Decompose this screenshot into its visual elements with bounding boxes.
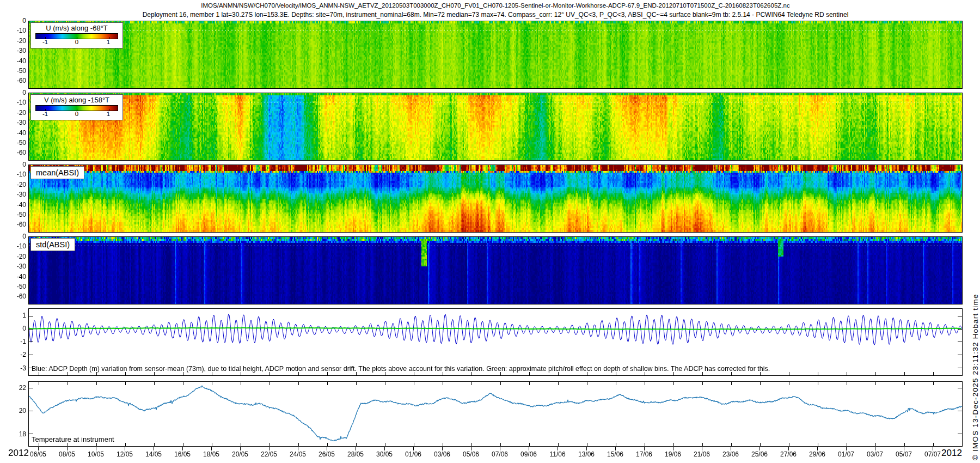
- u-colorbar-title: U (m/s) along -68°T: [31, 24, 122, 32]
- x-axis-tick-label: 06/05: [24, 450, 52, 458]
- figure-title-filename: IMOS/ANMN/NSW/CH070/Velocity/IMOS_ANMN-N…: [28, 2, 963, 9]
- x-axis-tick-label: 05/06: [457, 450, 485, 458]
- adcp-figure: IMOS/ANMN/NSW/CH070/Velocity/IMOS_ANMN-N…: [0, 0, 980, 463]
- x-axis-tick-mark: [788, 447, 789, 450]
- x-axis-tick-mark: [904, 447, 904, 450]
- x-axis-tick-mark: [67, 447, 68, 450]
- y-axis-tick-label: -60: [4, 221, 26, 228]
- x-axis-tick-label: 01/06: [400, 450, 427, 458]
- x-axis-tick-mark: [558, 447, 558, 450]
- y-axis-tick-label: -20: [4, 181, 26, 188]
- x-axis-tick-mark: [96, 447, 96, 450]
- y-axis-tick-label: 22: [4, 384, 26, 392]
- x-axis-tick-mark: [615, 447, 616, 450]
- y-axis-tick-label: -10: [4, 27, 26, 34]
- y-axis-tick-label: -20: [4, 109, 26, 117]
- x-axis-tick-mark: [471, 447, 471, 450]
- v-colorbar-tick-min: -1: [42, 111, 48, 117]
- y-axis-tick-label: -60: [4, 149, 26, 156]
- y-axis-tick-label: -50: [4, 139, 26, 147]
- x-axis-tick-mark: [442, 447, 443, 450]
- y-axis-tick-label: -10: [4, 99, 26, 106]
- x-axis-tick-mark: [327, 447, 327, 450]
- x-axis-tick-label: 03/06: [428, 450, 456, 458]
- attribution-text: © IMOS 13-Dec-2025 23:11:32 Hobart time: [971, 294, 979, 460]
- y-axis-tick-label: -50: [4, 283, 26, 290]
- x-axis-tick-label: 07/07: [919, 450, 946, 458]
- y-axis-tick-label: -50: [4, 211, 26, 218]
- mean-absi-heatmap: [29, 165, 962, 232]
- depth-variation-annotation: Blue: ADCP Depth (m) variation from sens…: [32, 365, 770, 373]
- u-colorbar-ticks: -1 0 1: [31, 39, 122, 46]
- x-axis-tick-label: 24/05: [284, 450, 311, 458]
- x-axis-tick-label: 28/05: [342, 450, 369, 458]
- x-axis-tick-mark: [731, 447, 731, 450]
- y-axis-tick-label: -30: [4, 47, 26, 54]
- x-axis-tick-label: 15/06: [602, 450, 629, 458]
- v-velocity-heatmap: [29, 93, 962, 160]
- x-axis-tick-label: 20/05: [226, 450, 254, 458]
- figure-title-deployment: Deployment 16, member 1 lat=30.27S lon=1…: [28, 11, 963, 19]
- x-axis-tick-label: 21/06: [688, 450, 715, 458]
- y-axis-tick-label: -60: [4, 77, 26, 84]
- x-axis-tick-label: 27/06: [775, 450, 802, 458]
- x-axis-tick-mark: [529, 447, 529, 450]
- y-axis-tick-label: -40: [4, 129, 26, 137]
- y-axis-tick-label: 20: [4, 407, 26, 415]
- x-axis-tick-label: 01/07: [832, 450, 860, 458]
- x-axis-tick-mark: [269, 447, 270, 450]
- x-axis-tick-label: 10/05: [82, 450, 109, 458]
- x-axis-tick-mark: [240, 447, 241, 450]
- u-colorbar-legend: U (m/s) along -68°T -1 0 1: [30, 22, 123, 48]
- x-axis-tick-mark: [586, 447, 587, 450]
- x-axis-tick-label: 09/06: [515, 450, 542, 458]
- y-axis-tick-label: -10: [4, 242, 26, 250]
- x-axis-tick-mark: [384, 447, 385, 450]
- x-axis-tick-label: 30/05: [371, 450, 398, 458]
- y-axis-tick-label: -1: [4, 338, 26, 345]
- x-axis-tick-label: 16/05: [169, 450, 196, 458]
- y-axis-tick-label: -3: [4, 364, 26, 372]
- y-axis-tick-label: -40: [4, 273, 26, 281]
- y-axis-tick-label: -40: [4, 201, 26, 209]
- v-colorbar-ticks: -1 0 1: [31, 111, 122, 118]
- y-axis-tick-label: 0: [4, 233, 26, 240]
- y-axis-tick-label: -40: [4, 57, 26, 65]
- x-axis-tick-mark: [500, 447, 500, 450]
- x-axis-tick-label: 29/06: [804, 450, 831, 458]
- y-axis-tick-label: -30: [4, 191, 26, 198]
- temperature-label: Temperature at instrument: [32, 435, 114, 443]
- u-colorbar-tick-max: 1: [107, 39, 110, 45]
- std-absi-label: std(ABSI): [30, 238, 75, 251]
- x-axis-tick-mark: [211, 447, 212, 450]
- x-axis-tick-label: 19/06: [659, 450, 687, 458]
- temperature-plot: [29, 382, 962, 446]
- x-axis-tick-label: 14/05: [140, 450, 167, 458]
- x-axis-tick-mark: [817, 447, 818, 450]
- x-axis-tick-mark: [875, 447, 875, 450]
- y-axis-tick-label: -20: [4, 37, 26, 45]
- x-axis-tick-label: 18/05: [198, 450, 225, 458]
- y-axis-tick-label: -10: [4, 170, 26, 178]
- x-axis-tick-mark: [673, 447, 673, 450]
- x-axis-tick-mark: [846, 447, 847, 450]
- x-axis-tick-mark: [413, 447, 414, 450]
- x-axis-tick-mark: [182, 447, 183, 450]
- y-axis-tick-label: -20: [4, 253, 26, 260]
- y-axis-tick-label: 0: [4, 325, 26, 332]
- x-axis-tick-label: 03/07: [861, 450, 889, 458]
- x-axis-tick-label: 25/06: [746, 450, 773, 458]
- y-axis-tick-label: 18: [4, 430, 26, 438]
- x-axis-tick-mark: [125, 447, 125, 450]
- x-axis-tick-mark: [702, 447, 702, 450]
- x-axis-tick-mark: [38, 447, 39, 450]
- y-axis-tick-label: 0: [4, 17, 26, 25]
- std-absi-heatmap: [29, 237, 962, 304]
- u-velocity-heatmap: [29, 21, 962, 88]
- x-axis-tick-mark: [644, 447, 645, 450]
- u-velocity-panel: [28, 21, 963, 89]
- v-colorbar-tick-max: 1: [107, 111, 110, 117]
- u-colorbar-tick-zero: 0: [75, 39, 78, 45]
- x-axis-tick-label: 07/06: [486, 450, 513, 458]
- x-axis-tick-mark: [154, 447, 154, 450]
